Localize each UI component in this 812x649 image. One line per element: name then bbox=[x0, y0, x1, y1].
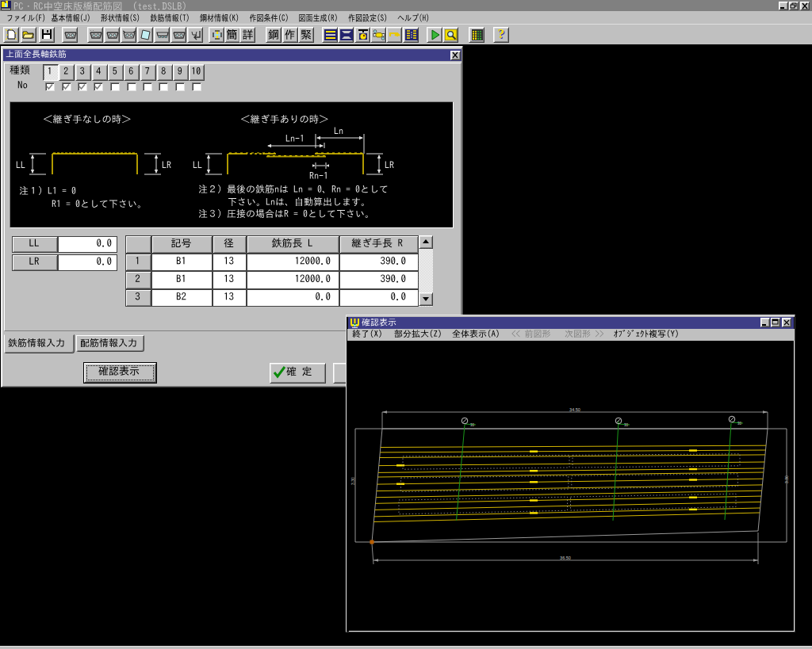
svg-text:?: ? bbox=[498, 28, 505, 40]
